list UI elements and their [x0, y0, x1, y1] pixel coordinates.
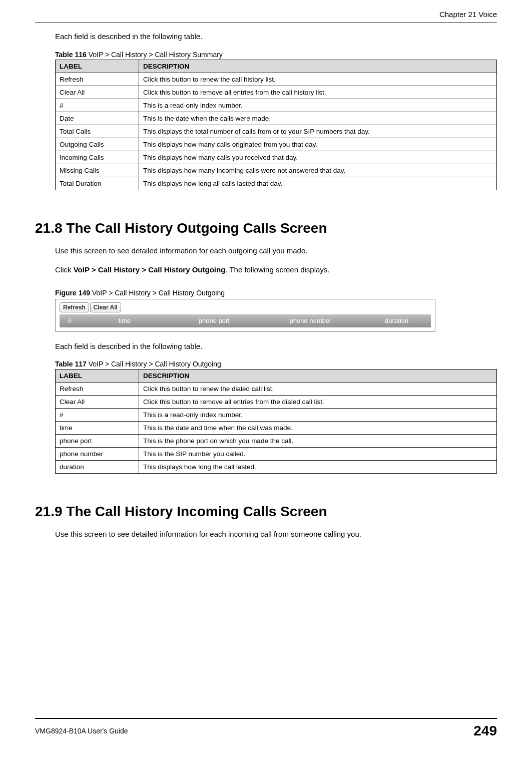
table116-caption: Table 116 VoIP > Call History > Call His… — [55, 51, 497, 59]
cell-desc: This is the date and time when the call … — [139, 422, 497, 435]
table-row: phone numberThis is the SIP number you c… — [56, 448, 497, 461]
cell-label: # — [56, 99, 139, 112]
table-row: Incoming CallsThis displays how many cal… — [56, 151, 497, 164]
section-21-8-para2: Click VoIP > Call History > Call History… — [55, 264, 497, 276]
para2-bold: VoIP > Call History > Call History Outgo… — [74, 265, 226, 274]
cell-label: Clear All — [56, 86, 139, 99]
cell-label: duration — [56, 461, 139, 474]
table117-caption: Table 117 VoIP > Call History > Call His… — [55, 360, 497, 368]
para2-a: Click — [55, 265, 74, 274]
table-row: durationThis displays how long the call … — [56, 461, 497, 474]
table-row: #This is a read-only index number. — [56, 409, 497, 422]
cell-label: Refresh — [56, 383, 139, 396]
figure149-caption: Figure 149 VoIP > Call History > Call Hi… — [55, 289, 497, 297]
cell-desc: This is the SIP number you called. — [139, 448, 497, 461]
cell-label: Date — [56, 112, 139, 125]
cell-desc: Click this button to renew the dialed ca… — [139, 383, 497, 396]
refresh-button[interactable]: Refresh — [60, 302, 89, 312]
table116-header-desc: DESCRIPTION — [139, 60, 497, 73]
header-rule — [35, 23, 497, 23]
cell-desc: This displays how many calls you receive… — [139, 151, 497, 164]
col-dur: duration — [362, 317, 431, 324]
figure149-caption-rest: VoIP > Call History > Call History Outgo… — [90, 289, 225, 297]
section-21-8-para1: Use this screen to see detailed informat… — [55, 245, 497, 257]
col-phone: phone number — [259, 317, 362, 324]
table-row: Clear AllClick this button to remove all… — [56, 86, 497, 99]
cell-desc: Click this button to renew the call hist… — [139, 73, 497, 86]
table-row: Clear AllClick this button to remove all… — [56, 396, 497, 409]
section-21-8-heading: 21.8 The Call History Outgoing Calls Scr… — [35, 220, 497, 236]
table116-header-label: LABEL — [56, 60, 139, 73]
chapter-header: Chapter 21 Voice — [35, 10, 497, 21]
clear-all-button[interactable]: Clear All — [90, 302, 121, 312]
cell-desc: Click this button to remove all entries … — [139, 86, 497, 99]
table-row: timeThis is the date and time when the c… — [56, 422, 497, 435]
table117-caption-bold: Table 117 — [55, 360, 87, 368]
figure149: Refresh Clear All # time phone port phon… — [55, 299, 435, 332]
table-row: phone portThis is the phone port on whic… — [56, 435, 497, 448]
table-row: Total CallsThis displays the total numbe… — [56, 125, 497, 138]
table-row: Missing CallsThis displays how many inco… — [56, 164, 497, 177]
cell-desc: This displays the total number of calls … — [139, 125, 497, 138]
intro-para-1: Each field is described in the following… — [55, 31, 497, 43]
cell-label: Refresh — [56, 73, 139, 86]
section-21-9-para1: Use this screen to see detailed informat… — [55, 529, 497, 540]
cell-desc: This is a read-only index number. — [139, 99, 497, 112]
cell-desc: This displays how long all calls lasted … — [139, 177, 497, 190]
cell-label: Incoming Calls — [56, 151, 139, 164]
cell-desc: Click this button to remove all entries … — [139, 396, 497, 409]
table116-caption-rest: VoIP > Call History > Call History Summa… — [87, 51, 223, 59]
cell-label: phone port — [56, 435, 139, 448]
para2-b: . The following screen displays. — [225, 265, 329, 274]
cell-label: time — [56, 422, 139, 435]
cell-label: phone number — [56, 448, 139, 461]
table117: LABEL DESCRIPTION RefreshClick this butt… — [55, 369, 497, 474]
table-row: Total DurationThis displays how long all… — [56, 177, 497, 190]
cell-label: Outgoing Calls — [56, 138, 139, 151]
table-row: RefreshClick this button to renew the di… — [56, 383, 497, 396]
cell-label: # — [56, 409, 139, 422]
footer-guide: VMG8924-B10A User's Guide — [35, 727, 128, 735]
cell-desc: This is a read-only index number. — [139, 409, 497, 422]
figure149-caption-bold: Figure 149 — [55, 289, 90, 297]
footer-rule — [35, 718, 497, 719]
cell-desc: This is the phone port on which you made… — [139, 435, 497, 448]
cell-desc: This displays how long the call lasted. — [139, 461, 497, 474]
cell-label: Total Calls — [56, 125, 139, 138]
footer-page-number: 249 — [473, 723, 497, 739]
col-time: time — [80, 317, 170, 324]
cell-desc: This displays how many incoming calls we… — [139, 164, 497, 177]
table-row: #This is a read-only index number. — [56, 99, 497, 112]
cell-label: Clear All — [56, 396, 139, 409]
cell-label: Missing Calls — [56, 164, 139, 177]
cell-desc: This displays how many calls originated … — [139, 138, 497, 151]
table117-header-label: LABEL — [56, 369, 139, 383]
table117-header-desc: DESCRIPTION — [139, 369, 497, 383]
intro-para-2: Each field is described in the following… — [55, 341, 497, 352]
cell-desc: This is the date when the calls were mad… — [139, 112, 497, 125]
cell-label: Total Duration — [56, 177, 139, 190]
table117-caption-rest: VoIP > Call History > Call History Outgo… — [87, 360, 221, 368]
table116: LABEL DESCRIPTION RefreshClick this butt… — [55, 60, 497, 190]
section-21-9-heading: 21.9 The Call History Incoming Calls Scr… — [35, 504, 497, 520]
table-row: Outgoing CallsThis displays how many cal… — [56, 138, 497, 151]
table-row: DateThis is the date when the calls were… — [56, 112, 497, 125]
col-port: phone port — [170, 317, 259, 324]
figure149-header-bar: # time phone port phone number duration — [60, 314, 431, 327]
table116-caption-bold: Table 116 — [55, 51, 87, 59]
table-row: RefreshClick this button to renew the ca… — [56, 73, 497, 86]
col-hash: # — [60, 317, 80, 324]
